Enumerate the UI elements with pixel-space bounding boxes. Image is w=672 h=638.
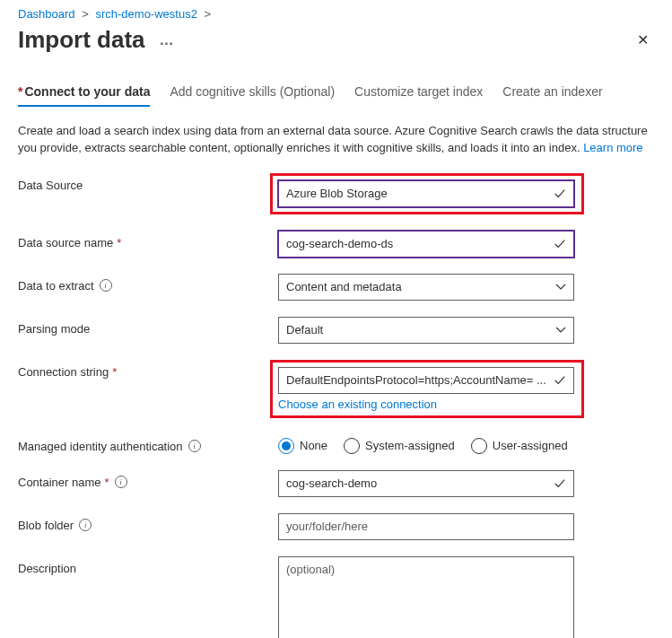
label-connection-string: Connection string * [18,360,278,379]
radio-icon [278,438,294,454]
radio-system-assigned[interactable]: System-assigned [344,438,455,454]
data-to-extract-select[interactable]: Content and metadata [278,274,574,301]
chevron-down-icon [555,325,566,336]
managed-identity-radio-group: None System-assigned User-assigned [278,434,654,454]
breadcrumb: Dashboard > srch-demo-westus2 > [18,7,654,21]
check-icon [554,374,566,387]
chevron-right-icon: > [201,7,215,21]
radio-user-assigned[interactable]: User-assigned [471,438,568,454]
chevron-down-icon [555,282,566,293]
highlight-data-source: Azure Blob Storage [270,173,584,214]
data-source-name-input[interactable]: cog-search-demo-ds [278,231,574,258]
wizard-tabs: *Connect to your data Add cognitive skil… [18,79,654,107]
required-icon: * [18,84,22,99]
check-icon [554,188,566,200]
description-textarea[interactable] [278,556,574,638]
container-name-select[interactable]: cog-search-demo [278,470,574,497]
parsing-mode-select[interactable]: Default [278,317,574,344]
info-icon[interactable]: i [79,519,92,531]
highlight-connection-string: DefaultEndpointsProtocol=https;AccountNa… [270,360,584,418]
choose-existing-connection-link[interactable]: Choose an existing connection [278,398,437,411]
learn-more-link[interactable]: Learn more [583,141,642,154]
connection-string-input[interactable]: DefaultEndpointsProtocol=https;AccountNa… [278,367,574,394]
label-data-source: Data Source [18,173,278,192]
breadcrumb-link-dashboard[interactable]: Dashboard [18,7,75,21]
intro-text: Create and load a search index using dat… [18,123,654,157]
info-icon[interactable]: i [188,440,201,452]
tab-cognitive-skills[interactable]: Add cognitive skills (Optional) [170,79,335,106]
more-icon[interactable]: … [160,32,175,48]
check-icon [554,238,566,250]
label-description: Description [18,556,278,575]
label-data-to-extract: Data to extract i [18,274,278,293]
label-data-source-name: Data source name * [18,231,278,249]
radio-icon [471,438,487,454]
info-icon[interactable]: i [100,279,112,292]
label-parsing-mode: Parsing mode [18,317,278,336]
page-title: Import data … [18,26,175,54]
blob-folder-input[interactable] [278,513,574,540]
data-source-select[interactable]: Azure Blob Storage [278,180,574,207]
label-managed-identity: Managed identity authentication i [18,434,278,453]
tab-target-index[interactable]: Customize target index [354,79,483,106]
check-icon [554,477,566,490]
required-icon: * [112,365,117,379]
info-icon[interactable]: i [115,476,127,488]
close-icon[interactable]: ✕ [632,26,654,54]
label-container-name: Container name * i [18,470,278,489]
required-icon: * [105,476,109,489]
chevron-right-icon: > [78,7,92,21]
tab-connect-data[interactable]: *Connect to your data [18,79,150,106]
tab-create-indexer[interactable]: Create an indexer [502,79,602,106]
label-blob-folder: Blob folder i [18,513,278,532]
radio-icon [344,438,360,454]
radio-none[interactable]: None [278,438,327,454]
required-icon: * [117,236,121,249]
breadcrumb-link-resource[interactable]: srch-demo-westus2 [95,7,196,21]
